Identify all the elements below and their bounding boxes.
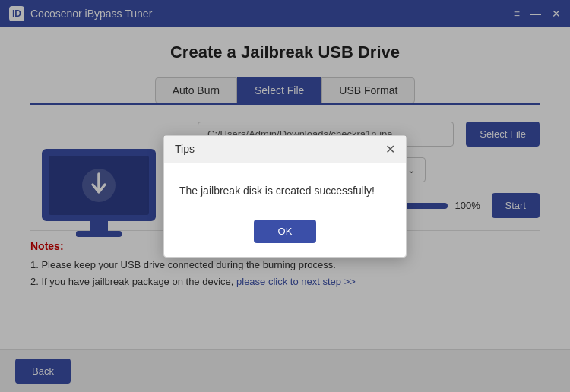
- modal-body: The jailbreak disk is created successful…: [164, 163, 406, 212]
- modal-footer: OK: [164, 212, 406, 257]
- ok-button[interactable]: OK: [254, 220, 317, 243]
- tips-modal: Tips ✕ The jailbreak disk is created suc…: [163, 135, 407, 258]
- modal-header: Tips ✕: [164, 136, 406, 163]
- modal-close-button[interactable]: ✕: [385, 142, 395, 156]
- modal-message: The jailbreak disk is created successful…: [179, 185, 375, 197]
- modal-overlay: Tips ✕ The jailbreak disk is created suc…: [0, 0, 570, 392]
- modal-title: Tips: [175, 143, 195, 155]
